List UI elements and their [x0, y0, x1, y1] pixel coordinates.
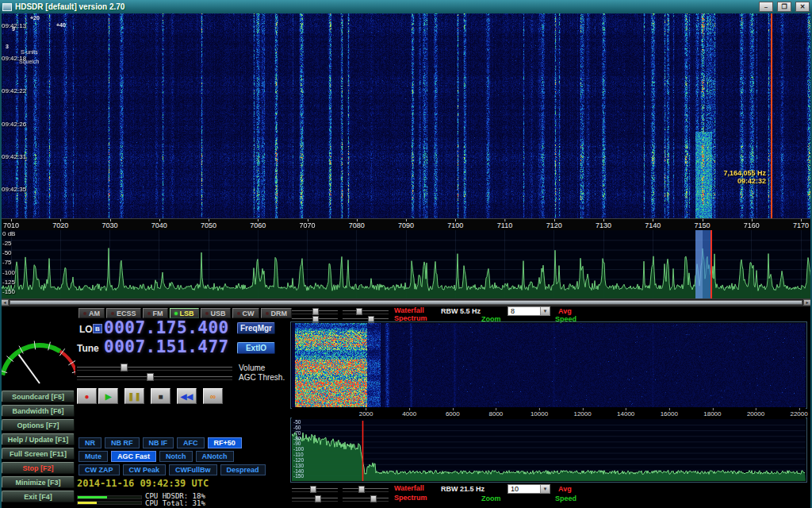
s-meter-scale-label: 9 — [12, 26, 15, 32]
transport-button-rewind[interactable]: ◀◀ — [177, 388, 197, 404]
transport-icon: ■ — [158, 392, 163, 401]
sidebar-button-full-screen[interactable]: Full Screen [F11] — [2, 448, 75, 460]
title-bar[interactable]: HDSDR [default] version 2.70 – ❐ ✕ — [0, 0, 812, 13]
mode-button[interactable]: LSB — [170, 308, 199, 318]
chevron-down-icon[interactable]: ▼ — [540, 485, 550, 493]
transport-button-play[interactable]: ▶ — [98, 388, 118, 404]
cpu-total-text: CPU Total: 31% — [145, 500, 205, 507]
audio-freq-tick: 22000 — [790, 410, 807, 418]
volume-slider[interactable] — [77, 364, 232, 371]
transport-button-stop[interactable]: ■ — [151, 388, 170, 404]
dsp-button[interactable]: CWFullBw — [169, 464, 217, 475]
lower-avg-select[interactable]: 10 ▼ — [508, 484, 550, 494]
extio-button[interactable]: ExtIO — [237, 342, 275, 354]
audio-spectrum-canvas[interactable] — [292, 419, 806, 481]
hscroll-thumb[interactable] — [10, 300, 802, 305]
frequency-manager-button[interactable]: FreqMgr — [237, 322, 275, 334]
mode-button[interactable]: CW — [232, 308, 259, 318]
sidebar-menu: Soundcard [F5]Bandwidth [F6]Options [F7]… — [2, 391, 75, 502]
close-window-button[interactable]: ✕ — [795, 2, 810, 12]
dsp-button-label: NR — [85, 439, 95, 447]
sidebar-button-label: Help / Update [F1] — [8, 436, 69, 444]
freq-tick: 7070 — [299, 221, 315, 229]
window-frame-left — [0, 13, 2, 508]
upper-waterfall-contrast-slider[interactable] — [343, 308, 389, 315]
frequency-scale[interactable]: 7010702070307040705070607070708070907100… — [0, 218, 812, 230]
lower-spectrum-speed-slider[interactable] — [343, 495, 389, 502]
transport-button-loop[interactable]: ∞ — [203, 388, 223, 404]
agc-threshold-slider[interactable] — [77, 373, 232, 381]
dsp-button[interactable]: ANotch — [196, 451, 234, 462]
freq-tick: 7100 — [447, 221, 463, 229]
lower-waterfall-contrast-slider[interactable] — [343, 486, 389, 493]
squelch-label[interactable]: Squelch — [19, 59, 39, 64]
sidebar-button-label: Exit [F4] — [24, 493, 52, 501]
freq-tick: 7110 — [497, 221, 512, 229]
upper-avg-select[interactable]: 8 ▼ — [508, 306, 550, 316]
transport-button-pause[interactable]: ❚❚ — [124, 388, 144, 404]
sidebar-button-options[interactable]: Options [F7] — [2, 419, 75, 431]
mode-button[interactable]: DRM — [261, 308, 293, 318]
mode-button[interactable]: ECSS — [106, 308, 141, 318]
audio-frequency-scale[interactable]: 2000400060008000100001200014000160001800… — [292, 407, 806, 418]
dsp-button[interactable]: NB RF — [105, 437, 140, 448]
sidebar-button-minimize[interactable]: Minimize [F3] — [2, 476, 75, 488]
db-label: 0 dB — [2, 231, 15, 237]
sidebar-button-bandwidth[interactable]: Bandwidth [F6] — [2, 405, 75, 417]
upper-avg-label: Avg — [558, 307, 572, 315]
dsp-button[interactable]: CW Peak — [123, 464, 167, 475]
tune-frequency-display[interactable]: 0007.151.477 — [104, 337, 229, 356]
mode-button[interactable]: USB — [201, 308, 231, 318]
maximize-window-button[interactable]: ❐ — [777, 2, 791, 12]
dsp-button-label: NB IF — [149, 439, 168, 447]
lower-waterfall-label[interactable]: Waterfall — [394, 484, 424, 492]
dsp-button[interactable]: Notch — [159, 451, 193, 462]
audio-waterfall-canvas[interactable] — [292, 323, 806, 407]
mode-button-label: FM — [153, 310, 163, 318]
dsp-button[interactable]: AGC Fast — [111, 451, 156, 462]
dsp-button[interactable]: Mute — [79, 451, 108, 462]
db-label: -100 — [2, 270, 15, 276]
mode-led-icon — [174, 312, 178, 315]
lo-frequency-display[interactable]: 0007.175.400 — [104, 318, 229, 337]
freq-tick: 7060 — [250, 221, 266, 229]
db-label: -25 — [2, 241, 15, 247]
main-waterfall-canvas[interactable] — [0, 13, 812, 218]
db-label: -50 — [2, 250, 15, 256]
dsp-button[interactable]: NB IF — [143, 437, 174, 448]
sidebar-button-soundcard[interactable]: Soundcard [F5] — [2, 391, 75, 402]
scroll-left-icon[interactable]: ◂ — [1, 299, 9, 306]
waterfall-time-label: 09:42:35 — [2, 186, 26, 193]
mode-button-label: AM — [89, 310, 100, 318]
dsp-button-label: ANotch — [202, 452, 228, 460]
mode-button[interactable]: AM — [79, 308, 105, 318]
dsp-button-row-1: NRNB RFNB IFAFCRF+50 — [79, 437, 242, 448]
dsp-button[interactable]: NR — [79, 437, 102, 448]
upper-waterfall-brightness-slider[interactable] — [292, 308, 338, 315]
sidebar-button-label: Soundcard [F5] — [12, 393, 64, 401]
lower-spectrum-label[interactable]: Spectrum — [394, 494, 427, 502]
sidebar-button-stop[interactable]: Stop [F2] — [2, 462, 75, 474]
upper-waterfall-label[interactable]: Waterfall — [394, 306, 424, 314]
lower-speed-label: Speed — [555, 495, 576, 502]
lower-waterfall-brightness-slider[interactable] — [292, 486, 338, 493]
dsp-button[interactable]: CW ZAP — [79, 464, 120, 475]
chevron-down-icon[interactable]: ▼ — [540, 307, 550, 315]
dsp-button-label: AFC — [183, 439, 198, 447]
sidebar-button-help-update[interactable]: Help / Update [F1] — [2, 433, 75, 445]
lower-spectrum-zoom-slider[interactable] — [292, 495, 338, 502]
mode-button[interactable]: FM — [143, 308, 168, 318]
dsp-button[interactable]: RF+50 — [208, 437, 242, 448]
minimize-window-button[interactable]: – — [759, 2, 773, 12]
dsp-button-label: RF+50 — [214, 439, 236, 447]
hdsdr-window: HDSDR [default] version 2.70 – ❐ ✕ 09:42… — [0, 0, 812, 508]
dsp-button-row-3: CW ZAPCW PeakCWFullBwDespread — [79, 464, 266, 475]
transport-button-record[interactable]: ● — [77, 388, 97, 404]
dsp-button[interactable]: AFC — [177, 437, 205, 448]
sidebar-button-exit[interactable]: Exit [F4] — [2, 491, 75, 502]
dsp-button[interactable]: Despread — [220, 464, 266, 475]
freq-tick: 7050 — [201, 221, 216, 229]
main-spectrum-canvas[interactable] — [0, 230, 812, 298]
spectrum-hscroll[interactable]: ◂ ▸ — [0, 298, 812, 306]
lo-band-chip[interactable]: B — [93, 324, 102, 333]
